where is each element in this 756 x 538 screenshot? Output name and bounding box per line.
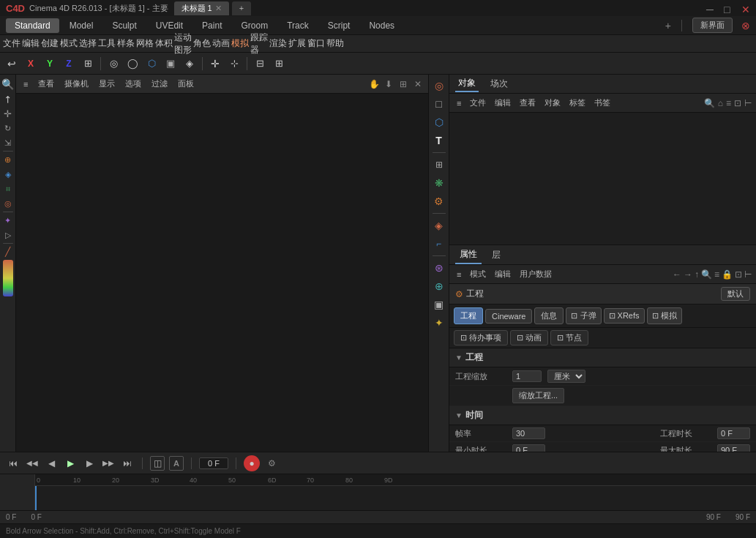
toolbar-brush[interactable]: ◈ bbox=[181, 56, 198, 72]
prop-menu-icon[interactable]: ≡ bbox=[454, 269, 464, 280]
prop-nav-forward[interactable]: → bbox=[684, 269, 692, 280]
prop-layout-icon[interactable]: ⊡ bbox=[735, 269, 742, 280]
menu-animate[interactable]: 动画 bbox=[212, 36, 230, 52]
rt-globe[interactable]: ⊕ bbox=[431, 278, 447, 294]
toolbar-icon-undo[interactable]: ↩ bbox=[3, 56, 20, 72]
rt-snap-sphere[interactable]: ◎ bbox=[431, 78, 447, 94]
timeline-ruler[interactable]: 0 10 20 3D 40 50 6D 70 80 9D bbox=[35, 474, 756, 510]
prop-nav-back[interactable]: ← bbox=[673, 269, 681, 280]
toolbar-snap-v[interactable]: ⊞ bbox=[270, 56, 288, 72]
tab-nodes[interactable]: Nodes bbox=[360, 18, 403, 33]
toolbar-render-active[interactable]: ◯ bbox=[124, 56, 141, 72]
sidebar-obj1[interactable]: ⊕ bbox=[1, 153, 15, 166]
viewport-display[interactable]: 摄像机 bbox=[61, 77, 91, 91]
menu-volume[interactable]: 体积 bbox=[155, 36, 173, 52]
scale-project-button[interactable]: 缩放工程... bbox=[512, 388, 564, 403]
tab-script[interactable]: Script bbox=[319, 18, 359, 33]
tl-next-frame[interactable]: ▶ bbox=[82, 456, 97, 471]
rt-text[interactable]: T bbox=[431, 132, 447, 149]
rt-cube[interactable]: ⬡ bbox=[431, 114, 447, 130]
viewport-options[interactable]: 显示 bbox=[96, 77, 118, 91]
prop-tab-xrefs[interactable]: ⊡ XRefs bbox=[604, 308, 645, 324]
toolbar-render-all[interactable]: ⬡ bbox=[143, 56, 160, 72]
tl-current-time[interactable]: 0 F bbox=[199, 457, 228, 469]
viewport-panels[interactable]: 过滤 bbox=[149, 77, 171, 91]
tab-object[interactable]: 对象 bbox=[455, 75, 479, 92]
prop-tab-cineware[interactable]: Cineware bbox=[485, 309, 532, 324]
menu-help[interactable]: 帮助 bbox=[326, 36, 344, 52]
title-tab-active[interactable]: 未标题 1 ✕ bbox=[174, 1, 229, 15]
prop-mode[interactable]: 模式 bbox=[467, 267, 489, 281]
tl-auto-key[interactable]: A bbox=[169, 456, 184, 471]
rt-particles[interactable]: ❋ bbox=[431, 175, 447, 191]
tab-model[interactable]: Model bbox=[61, 18, 102, 33]
obj-search-icon[interactable]: 🔍 bbox=[704, 98, 715, 108]
add-layout-icon[interactable]: + bbox=[665, 20, 671, 31]
prop-tab-simulate[interactable]: ⊡ 模拟 bbox=[647, 307, 682, 324]
menu-file[interactable]: 文件 bbox=[3, 36, 20, 52]
menu-mode[interactable]: 模式 bbox=[60, 36, 78, 52]
menu-character[interactable]: 角色 bbox=[193, 36, 211, 52]
tl-prev-frame[interactable]: ◀ bbox=[44, 456, 59, 471]
maximize-button[interactable]: □ bbox=[724, 4, 733, 12]
menu-simulate[interactable]: 模拟 bbox=[231, 36, 249, 52]
obj-view[interactable]: 查看 bbox=[517, 96, 539, 110]
rt-plane[interactable]: □ bbox=[431, 96, 447, 112]
viewport-camera[interactable]: 查看 bbox=[35, 77, 57, 91]
menu-track[interactable]: 跟踪器 bbox=[250, 36, 268, 52]
menu-tools[interactable]: 工具 bbox=[98, 36, 116, 52]
time-section-header[interactable]: ▼ 时间 bbox=[449, 406, 756, 425]
prop-tab-info[interactable]: 信息 bbox=[534, 307, 564, 324]
tl-record-button[interactable]: ● bbox=[244, 455, 260, 471]
proj-duration-input[interactable] bbox=[717, 427, 750, 439]
prop-subtab-todo[interactable]: ⊡ 待办事项 bbox=[454, 330, 508, 345]
sidebar-obj4[interactable]: ◎ bbox=[1, 197, 15, 210]
tab-close[interactable]: ✕ bbox=[215, 4, 222, 13]
rt-grid[interactable]: ⊞ bbox=[431, 157, 447, 173]
obj-edit[interactable]: 编辑 bbox=[492, 96, 514, 110]
obj-menu-icon[interactable]: ≡ bbox=[454, 97, 464, 109]
viewport-panels2[interactable]: 面板 bbox=[175, 77, 197, 91]
menu-render[interactable]: 渲染 bbox=[269, 36, 287, 52]
scale-value-input[interactable] bbox=[512, 370, 542, 382]
menu-spline[interactable]: 样条 bbox=[117, 36, 135, 52]
toolbar-coords-x[interactable]: X bbox=[22, 56, 40, 72]
obj-filter-icon[interactable]: ≡ bbox=[726, 98, 731, 108]
rt-bend[interactable]: ⌐ bbox=[431, 236, 447, 252]
obj-layout-icon[interactable]: ⊡ bbox=[734, 98, 741, 108]
project-section-header[interactable]: ▼ 工程 bbox=[449, 348, 756, 367]
close-button[interactable]: ✕ bbox=[741, 4, 750, 12]
menu-edit[interactable]: 编辑 bbox=[22, 36, 40, 52]
viewport-hand-icon[interactable]: ✋ bbox=[368, 78, 380, 90]
fps-input[interactable] bbox=[512, 427, 545, 439]
close-layout-icon[interactable]: ⊗ bbox=[741, 20, 750, 31]
sidebar-select[interactable]: 🔍 bbox=[1, 78, 15, 91]
tl-range-select[interactable]: ◫ bbox=[150, 456, 165, 471]
tab-track[interactable]: Track bbox=[278, 18, 318, 33]
tab-properties[interactable]: 属性 bbox=[455, 246, 482, 264]
toolbar-coords-z[interactable]: Z bbox=[60, 56, 78, 72]
prop-edit[interactable]: 编辑 bbox=[492, 267, 514, 281]
obj-bookmark[interactable]: 书签 bbox=[591, 96, 613, 110]
sidebar-rotate[interactable]: ↻ bbox=[1, 122, 15, 135]
prop-tab-bullet[interactable]: ⊡ 子弹 bbox=[566, 307, 601, 324]
tab-groom[interactable]: Groom bbox=[232, 18, 277, 33]
menu-mograph[interactable]: 运动图形 bbox=[174, 36, 192, 52]
rt-settings[interactable]: ⚙ bbox=[431, 193, 447, 209]
tab-layer[interactable]: 层 bbox=[487, 247, 505, 264]
viewport-close-icon[interactable]: ✕ bbox=[412, 78, 424, 90]
tl-goto-end[interactable]: ⏭ bbox=[120, 456, 135, 471]
prop-userdata[interactable]: 用户数据 bbox=[517, 267, 555, 281]
viewport-filter[interactable]: 选项 bbox=[122, 77, 144, 91]
tab-uvedit[interactable]: UVEdit bbox=[147, 18, 192, 33]
prop-search-icon[interactable]: 🔍 bbox=[701, 269, 712, 280]
menu-mesh[interactable]: 网格 bbox=[136, 36, 154, 52]
toolbar-object-mode[interactable]: ▣ bbox=[162, 56, 179, 72]
prop-lock-icon[interactable]: 🔒 bbox=[722, 269, 733, 280]
viewport-down-icon[interactable]: ⬇ bbox=[383, 78, 394, 90]
sidebar-arrow[interactable]: ↖ bbox=[0, 89, 17, 108]
menu-select[interactable]: 选择 bbox=[79, 36, 97, 52]
sidebar-move[interactable]: ✛ bbox=[1, 107, 15, 120]
rt-node[interactable]: ⊛ bbox=[431, 260, 447, 276]
sidebar-obj2[interactable]: ◈ bbox=[1, 168, 15, 181]
